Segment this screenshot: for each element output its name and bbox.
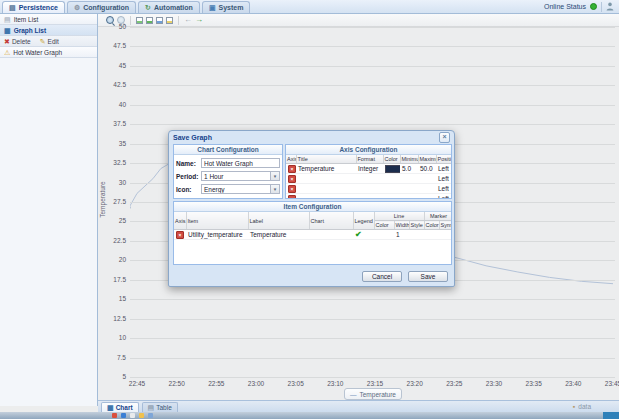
tab-system[interactable]: ▣System <box>202 1 251 13</box>
icon-input[interactable] <box>201 184 271 194</box>
axis-row[interactable]: ×Left <box>286 194 452 200</box>
action-label: Delete <box>12 38 31 45</box>
taskbar-icon[interactable] <box>112 413 117 418</box>
tab-table[interactable]: ▤Table <box>142 402 178 412</box>
axis-color-swatch[interactable] <box>385 165 400 173</box>
remove-axis-icon[interactable]: × <box>288 165 296 173</box>
item-list-icon: ▤ <box>4 16 11 23</box>
item-configuration-panel: Item Configuration AxisItemLabelChartLeg… <box>173 201 452 265</box>
user-icon[interactable] <box>606 2 614 11</box>
item-label-cell: Temperature <box>248 230 309 240</box>
remove-axis-icon[interactable]: × <box>288 185 296 193</box>
chart-configuration-fields: Name:Period:▾Icon:▾ <box>174 158 282 194</box>
tab-persistence[interactable]: ▤Persistence <box>2 1 65 13</box>
axis-row[interactable]: ×TemperatureInteger5.050.0Left <box>286 164 452 174</box>
remove-axis-icon[interactable]: × <box>288 175 296 183</box>
axis-maximum-cell <box>418 174 436 184</box>
y-tick-label: 5 <box>98 373 126 380</box>
period-input[interactable] <box>201 171 271 181</box>
series-line-sample: — <box>350 391 357 398</box>
column-header: Chart <box>309 212 353 230</box>
top-tabs: ▤Persistence⚙Configuration↻Automation▣Sy… <box>0 0 250 13</box>
graph-list-entry[interactable]: ⚠Hot Water Graph <box>0 47 97 58</box>
graph-icon: ⚠ <box>4 49 10 56</box>
edit-button[interactable]: ✎Edit <box>40 38 59 45</box>
axis-configuration-panel: Axis Configuration AxisTitleFormatColorM… <box>285 144 452 199</box>
close-icon[interactable]: × <box>439 132 450 143</box>
topbar-right: Online Status <box>544 0 619 13</box>
item-configuration-grid: AxisItemLabelChartLegendLineMarkerColorW… <box>174 212 451 240</box>
table-tab-icon: ▤ <box>148 404 155 411</box>
remove-item-icon[interactable]: × <box>176 231 184 239</box>
tab-chart[interactable]: ▦Chart <box>101 402 139 412</box>
gridline <box>130 319 615 320</box>
range-hour-icon[interactable] <box>136 17 143 24</box>
item-marker-color-cell <box>424 230 439 240</box>
sub-column-header: Width <box>394 221 409 230</box>
series-start-point <box>130 206 131 209</box>
x-tick-label: 23:05 <box>281 380 311 387</box>
range-week-icon[interactable] <box>156 17 163 24</box>
axis-configuration-grid: AxisTitleFormatColorMinimumMaximumPositi… <box>286 155 451 199</box>
cancel-button[interactable]: Cancel <box>362 271 402 282</box>
action-label: Edit <box>48 38 59 45</box>
y-tick-label: 12.5 <box>98 315 126 322</box>
delete-button[interactable]: ✖Delete <box>4 38 31 45</box>
delete-icon: ✖ <box>4 38 10 45</box>
name-input[interactable] <box>201 158 280 168</box>
taskbar-corner <box>603 412 619 419</box>
axis-row[interactable]: ×Left <box>286 174 452 184</box>
x-tick-label: 22:50 <box>162 380 192 387</box>
x-tick-label: 23:40 <box>558 380 588 387</box>
graph-entry-label: Hot Water Graph <box>13 49 62 56</box>
x-tick-label: 22:45 <box>122 380 152 387</box>
gridline <box>130 27 615 28</box>
dropdown-arrow-icon[interactable]: ▾ <box>271 171 280 181</box>
gridline <box>130 46 615 47</box>
axis-cell: × <box>286 164 296 174</box>
item-row[interactable]: ×Utility_temperatureTemperature✔1 <box>174 230 452 240</box>
taskbar-icon[interactable] <box>121 413 126 418</box>
axis-title-cell <box>296 174 356 184</box>
axis-cell: × <box>174 230 186 240</box>
taskbar-icon[interactable] <box>130 413 135 418</box>
bottom-tab-label: Chart <box>116 404 133 411</box>
axis-table-body: ×TemperatureInteger5.050.0Left×Left×Left… <box>286 164 452 200</box>
sidebar-item-graph-list[interactable]: ▦Graph List <box>0 25 97 36</box>
sidebar-item-label: Graph List <box>14 27 47 34</box>
tab-label: Configuration <box>83 4 129 11</box>
group-header: Line <box>374 212 424 221</box>
axis-format-cell <box>356 194 383 200</box>
y-tick-label: 47.5 <box>98 42 126 49</box>
range-month-icon[interactable] <box>166 17 173 24</box>
pan-right-icon[interactable]: → <box>195 16 203 24</box>
taskbar-icon[interactable] <box>139 413 144 418</box>
sidebar-item-item-list[interactable]: ▤Item List <box>0 14 97 25</box>
y-tick-label: 10 <box>98 334 126 341</box>
x-tick-label: 23:00 <box>241 380 271 387</box>
axis-cell: × <box>286 184 296 194</box>
gridline <box>130 66 615 67</box>
item-table-body: ×Utility_temperatureTemperature✔1 <box>174 230 452 240</box>
axis-row[interactable]: ×Left <box>286 184 452 194</box>
y-tick-label: 32.5 <box>98 159 126 166</box>
sidebar-action-toolbar: ✖Delete✎Edit <box>0 36 97 47</box>
pan-left-icon[interactable]: ← <box>184 16 192 24</box>
save-graph-dialog: Save Graph × Chart Configuration Name:Pe… <box>168 130 455 287</box>
sub-column-header: Color <box>374 221 394 230</box>
legend-button[interactable]: — Temperature <box>344 388 402 400</box>
x-tick-label: 23:35 <box>519 380 549 387</box>
remove-axis-icon[interactable]: × <box>288 195 296 200</box>
dialog-footer: CancelSave <box>362 271 448 282</box>
status-text: data <box>578 403 591 410</box>
tab-automation[interactable]: ↻Automation <box>138 1 200 13</box>
item-line-width-cell: 1 <box>394 230 409 240</box>
dialog-title-bar[interactable]: Save Graph × <box>169 131 454 143</box>
range-day-icon[interactable] <box>146 17 153 24</box>
tab-configuration[interactable]: ⚙Configuration <box>67 1 136 13</box>
system-icon: ▣ <box>209 4 216 11</box>
taskbar-icon[interactable] <box>148 413 153 418</box>
column-header: Item <box>186 212 248 230</box>
save-button[interactable]: Save <box>408 271 448 282</box>
dropdown-arrow-icon[interactable]: ▾ <box>271 184 280 194</box>
